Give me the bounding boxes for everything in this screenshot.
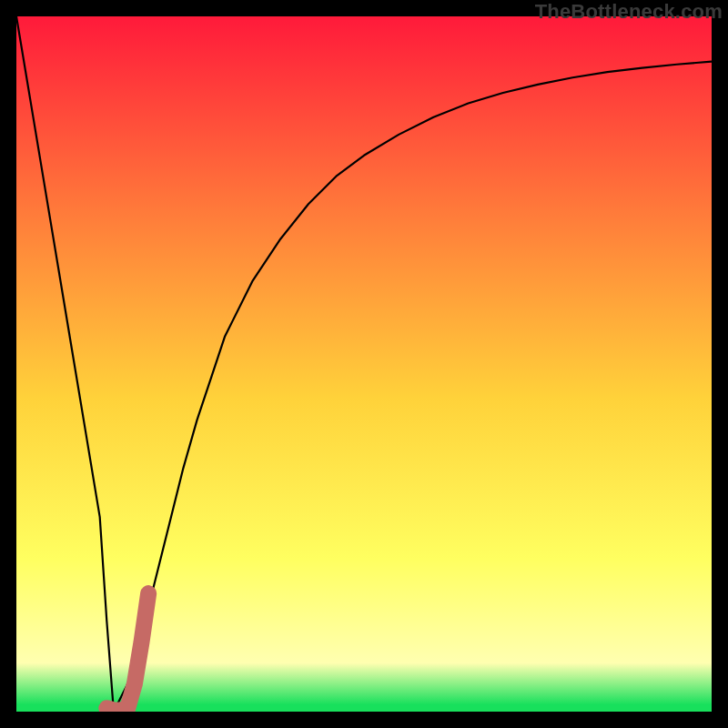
chart-frame: TheBottleneck.com <box>0 0 728 728</box>
watermark-text: TheBottleneck.com <box>535 0 723 24</box>
gradient-background <box>16 16 712 712</box>
chart-plot-area <box>16 16 712 712</box>
